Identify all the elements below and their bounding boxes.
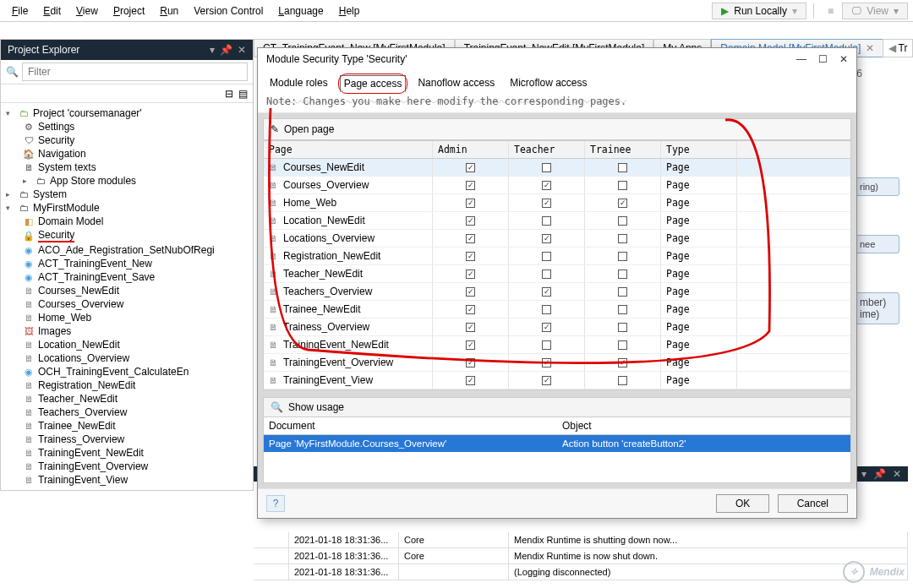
tree-item[interactable]: 🗎Trainee_NewEdit [4, 419, 249, 433]
checkbox[interactable] [618, 270, 627, 279]
checkbox[interactable]: ✓ [466, 340, 475, 350]
tree-item[interactable]: 🗎Registration_NewEdit [4, 378, 249, 392]
pin-icon[interactable]: 📌 [220, 44, 232, 56]
checkbox[interactable]: ✓ [466, 358, 475, 368]
col-document[interactable]: Document [264, 417, 557, 434]
menu-edit[interactable]: Edit [36, 3, 68, 19]
tree-item-navigation[interactable]: 🏠Navigation [4, 147, 249, 161]
checkbox[interactable]: ✓ [466, 252, 475, 261]
tree-item-module[interactable]: ▾🗀MyFirstModule [4, 201, 249, 215]
log-row[interactable]: 2021-01-18 18:31:36...CoreMendix Runtime… [254, 548, 908, 564]
tree-item[interactable]: 🗎Courses_Overview [4, 297, 249, 311]
grid-row[interactable]: 🗎Trainess_Overview✓✓Page [264, 318, 850, 336]
checkbox[interactable]: ✓ [542, 181, 551, 190]
checkbox[interactable]: ✓ [466, 216, 475, 226]
menu-help[interactable]: Help [332, 3, 367, 19]
checkbox[interactable]: ✓ [466, 376, 475, 385]
dropdown-icon[interactable]: ▾ [861, 468, 867, 480]
tree-item[interactable]: ◉OCH_TrainingEvent_CalculateEn [4, 365, 249, 378]
menu-vcs[interactable]: Version Control [187, 3, 270, 19]
grid-row[interactable]: 🗎Teachers_Overview✓✓Page [264, 283, 850, 301]
tree-item[interactable]: ◉ACT_TrainingEvent_Save [4, 270, 249, 284]
checkbox[interactable]: ✓ [466, 305, 475, 314]
checkbox[interactable] [618, 287, 627, 297]
checkbox[interactable]: ✓ [618, 199, 627, 208]
help-button[interactable]: ? [266, 495, 285, 512]
tree-item[interactable]: 🗎Location_NewEdit [4, 338, 249, 351]
col-trainee[interactable]: Trainee [585, 141, 661, 158]
ok-button[interactable]: OK [716, 494, 769, 513]
tree-item-module-security[interactable]: 🔒Security [4, 228, 249, 243]
view-toggle-icon[interactable]: ▤ [238, 88, 248, 100]
grid-row[interactable]: 🗎Teacher_NewEdit✓Page [264, 265, 850, 283]
checkbox[interactable] [618, 216, 627, 226]
log-row[interactable]: 2021-01-18 18:31:36...CoreMendix Runtime… [254, 532, 908, 548]
checkbox[interactable] [618, 376, 627, 385]
view-button[interactable]: 🖵 View ▾ [842, 3, 908, 19]
filter-input[interactable] [22, 63, 248, 81]
usage-header[interactable]: 🔍 Show usage [264, 398, 850, 417]
pin-icon[interactable]: 📌 [873, 468, 886, 480]
grid-row[interactable]: 🗎Trainee_NewEdit✓Page [264, 301, 850, 318]
tree-item[interactable]: 🗎TrainingEvent_View [4, 473, 249, 487]
checkbox[interactable]: ✓ [542, 323, 551, 332]
cancel-button[interactable]: Cancel [778, 494, 848, 513]
checkbox[interactable] [618, 234, 627, 243]
checkbox[interactable] [618, 252, 627, 261]
grid-row[interactable]: 🗎Courses_Overview✓✓Page [264, 177, 850, 194]
col-page[interactable]: Page [264, 141, 433, 158]
minimize-icon[interactable]: — [796, 53, 806, 65]
checkbox[interactable]: ✓ [542, 287, 551, 297]
checkbox[interactable] [618, 305, 627, 314]
tree-item[interactable]: 🗎TrainingEvent_NewEdit [4, 446, 249, 460]
checkbox[interactable]: ✓ [542, 358, 551, 368]
dropdown-icon[interactable]: ▾ [210, 44, 215, 56]
tree-project-root[interactable]: ▾🗀Project 'coursemanager' [4, 106, 249, 120]
checkbox[interactable] [618, 163, 627, 172]
grid-row[interactable]: 🗎Courses_NewEdit✓Page [264, 159, 850, 177]
menu-lang[interactable]: Language [271, 3, 330, 19]
tree-item[interactable]: 🗎Home_Web [4, 311, 249, 324]
checkbox[interactable]: ✓ [542, 199, 551, 208]
tree-item-app-store[interactable]: ▸🗀App Store modules [4, 174, 249, 188]
grid-row[interactable]: 🗎Location_NewEdit✓Page [264, 212, 850, 230]
checkbox[interactable]: ✓ [618, 358, 627, 368]
checkbox[interactable]: ✓ [466, 234, 475, 243]
tree-item[interactable]: 🗎Courses_NewEdit [4, 284, 249, 297]
tree-item-system-texts[interactable]: 🗎System texts [4, 161, 249, 174]
tree-item-system[interactable]: ▸🗀System [4, 188, 249, 201]
col-object[interactable]: Object [557, 417, 850, 434]
tree-item[interactable]: 🗎TrainingEvent_Overview [4, 460, 249, 473]
grid-row[interactable]: 🗎Locations_Overview✓✓Page [264, 230, 850, 248]
checkbox[interactable] [618, 340, 627, 350]
menu-run[interactable]: Run [153, 3, 185, 19]
tree-item[interactable]: 🖼Images [4, 324, 249, 338]
checkbox[interactable] [618, 323, 627, 332]
checkbox[interactable]: ✓ [466, 287, 475, 297]
checkbox[interactable]: ✓ [466, 199, 475, 208]
close-icon[interactable]: ✕ [866, 42, 874, 54]
tree-item[interactable]: 🗎Teachers_Overview [4, 406, 249, 419]
checkbox[interactable] [542, 216, 551, 226]
tab-microflow-access[interactable]: Microflow access [506, 75, 590, 92]
close-icon[interactable]: ✕ [238, 44, 246, 56]
checkbox[interactable] [542, 305, 551, 314]
grid-row[interactable]: 🗎Registration_NewEdit✓Page [264, 248, 850, 265]
tab-module-roles[interactable]: Module roles [266, 75, 331, 92]
col-admin[interactable]: Admin [433, 141, 509, 158]
tree-item[interactable]: ◉ACO_Ade_Registration_SetNubOfRegi [4, 243, 249, 257]
checkbox[interactable] [618, 181, 627, 190]
tree-item[interactable]: 🗎Locations_Overview [4, 351, 249, 365]
run-locally-button[interactable]: ▶ Run Locally ▾ [712, 3, 806, 19]
checkbox[interactable] [542, 270, 551, 279]
grid-row[interactable]: 🗎Home_Web✓✓✓Page [264, 194, 850, 212]
tree-item-domain-model[interactable]: ◧Domain Model [4, 215, 249, 228]
tab-page-access[interactable]: Page access [340, 75, 407, 92]
right-dock[interactable]: ◀Tr [883, 39, 913, 57]
grid-row[interactable]: 🗎TrainingEvent_Overview✓✓✓Page [264, 354, 850, 372]
checkbox[interactable]: ✓ [466, 181, 475, 190]
checkbox[interactable] [542, 252, 551, 261]
open-page-header[interactable]: ✎ Open page [263, 118, 851, 140]
menu-file[interactable]: File [5, 3, 35, 19]
checkbox[interactable] [542, 163, 551, 172]
